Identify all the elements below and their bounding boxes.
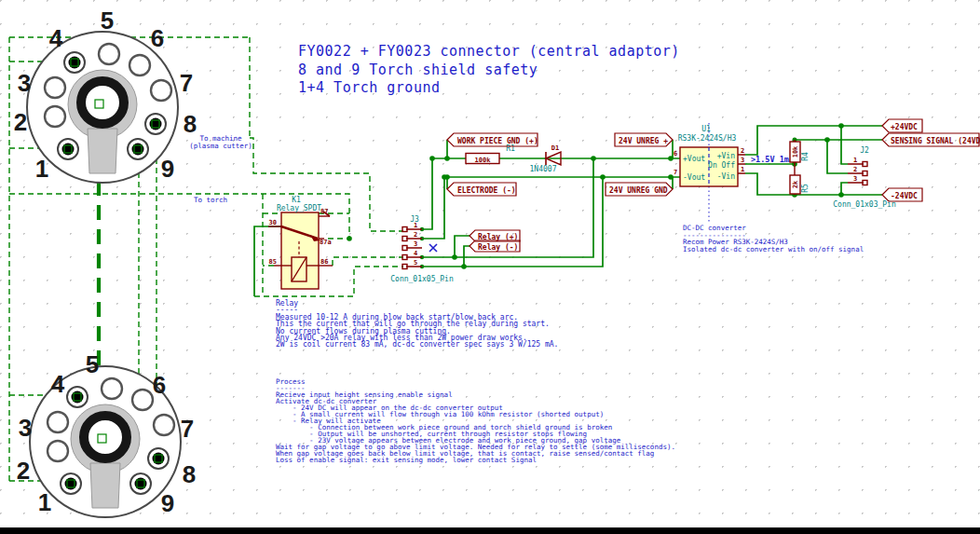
r4-value: 10k: [792, 145, 799, 157]
resistor-r4[interactable]: 10k R4: [790, 140, 810, 164]
r5-ref: R5: [801, 184, 810, 193]
j3-pin-2: 2: [414, 231, 417, 239]
machine-pin-8: 8: [184, 110, 197, 138]
label-24v-unreg-plus[interactable]: 24V UNREG +: [619, 137, 668, 145]
r5-value: 2k: [792, 180, 799, 188]
torch-pin-4: 4: [51, 370, 65, 398]
relay-pin-86: 86: [320, 258, 328, 266]
u1-vout-plus: +Vout: [683, 155, 705, 163]
relay-pin-85: 85: [269, 258, 277, 266]
converter-u1[interactable]: U1 RS3K-2424S/H3 +Vout -Vout +Vin On Off…: [674, 123, 794, 224]
j2-pin-2: 2: [853, 166, 857, 173]
u1-pin-2: 2: [741, 147, 744, 155]
d1-ref: D1: [551, 144, 559, 152]
u1-onoff-note: >1.5V 1mA: [751, 155, 794, 164]
j3-pin-4: 4: [414, 250, 417, 257]
relay-pin-30: 30: [269, 219, 277, 226]
d1-value: 1N4007: [530, 165, 557, 173]
relay-pin-87: 87: [320, 208, 328, 215]
machine-pin-4: 4: [49, 24, 63, 52]
torch-pin-6: 6: [153, 371, 166, 399]
machine-pin-6: 6: [151, 24, 164, 52]
resistor-r1[interactable]: 100k R1: [466, 144, 515, 164]
machine-pin-2: 2: [14, 108, 27, 136]
relay-value: Relay_SPDT: [277, 204, 321, 212]
j2-pin-1: 1: [853, 157, 857, 164]
j3-pin-3: 3: [414, 240, 417, 248]
label-sensing-signal[interactable]: SENSING SIGNAL (24VDC): [891, 137, 980, 145]
u1-pin-7: 7: [674, 169, 677, 176]
to-machine-label[interactable]: To machine (plasma cutter): [184, 135, 257, 150]
torch-pin-5: 5: [86, 350, 99, 378]
label-24v-unreg-gnd[interactable]: 24V UNREG GND: [609, 186, 668, 195]
process-note[interactable]: Process ------- Recieve input height sen…: [276, 378, 675, 463]
machine-pin-1: 1: [35, 155, 48, 183]
u1-vin-minus: -Vin: [717, 172, 735, 181]
u1-onoff: On Off: [708, 161, 735, 170]
torch-pin-8: 8: [183, 460, 196, 488]
j3-pin-1: 1: [414, 222, 417, 229]
dcdc-converter-note[interactable]: DC-DC converter --------------- Recom Po…: [683, 225, 864, 253]
wires[interactable]: [254, 123, 882, 296]
bottom-window-edge: [0, 527, 980, 534]
label-electrode[interactable]: ELECTRODE (-): [457, 186, 516, 195]
torch-pin-7: 7: [181, 415, 194, 443]
torch-connector-drawing: 5 4 6 3 7 2 8 1 9: [17, 350, 196, 517]
label-minus-24vdc[interactable]: -24VDC: [891, 192, 918, 200]
u1-vout-minus: -Vout: [683, 173, 705, 182]
machine-pin-9: 9: [161, 155, 174, 183]
machine-connector-drawing: 5 4 6 3 7 2 8 1 9: [14, 7, 197, 183]
u1-value: RS3K-2424S/H3: [678, 134, 737, 143]
relay-ref: K1: [292, 196, 301, 204]
r1-ref: R1: [506, 144, 515, 153]
relay-note[interactable]: Relay ----- Measured 10-12 A during blow…: [276, 300, 558, 349]
resistor-r5[interactable]: 2k R5: [790, 164, 810, 195]
machine-pin-5: 5: [101, 7, 114, 34]
relay-k1[interactable]: K1 Relay_SPDT 30 87 87a 85 86: [268, 196, 333, 289]
u1-pin-6: 6: [674, 150, 677, 157]
relay-pin-87a: 87a: [320, 239, 332, 246]
r1-value: 100k: [475, 157, 492, 164]
label-plus-24vdc[interactable]: +24VDC: [891, 123, 918, 131]
no-connect-x: [429, 244, 437, 252]
torch-pin-2: 2: [17, 457, 30, 485]
j2-value: Conn_01x03_Pin: [833, 200, 896, 209]
u1-pin-1: 1: [741, 166, 744, 173]
torch-pin-3: 3: [19, 414, 32, 442]
schematic-canvas: 5 4 6 3 7 2 8 1 9 5 4 6 3 7 2 8 1 9: [0, 0, 980, 534]
j2-pin-3: 3: [853, 175, 857, 183]
u1-ref: U1: [701, 125, 711, 133]
label-work-piece-gnd[interactable]: WORK PIECE GND (+): [457, 137, 538, 145]
to-torch-label[interactable]: To torch: [194, 196, 227, 204]
torch-pin-9: 9: [161, 489, 174, 517]
j3-pin-5: 5: [414, 259, 417, 267]
j2-ref: J2: [860, 146, 869, 155]
u1-vin-plus: +Vin: [717, 152, 735, 160]
schematic-title[interactable]: FY0022 + FY0023 connector (central adapt…: [298, 43, 680, 98]
r4-ref: R4: [801, 152, 810, 161]
u1-pin-3: 3: [741, 157, 744, 164]
j3-value: Conn_01x05_Pin: [390, 275, 454, 283]
torch-pin-1: 1: [38, 488, 51, 516]
label-relay-minus[interactable]: Relay (-): [478, 243, 518, 252]
label-relay-plus[interactable]: Relay (+): [478, 233, 518, 241]
machine-pin-3: 3: [18, 69, 31, 97]
machine-pin-7: 7: [180, 69, 193, 97]
